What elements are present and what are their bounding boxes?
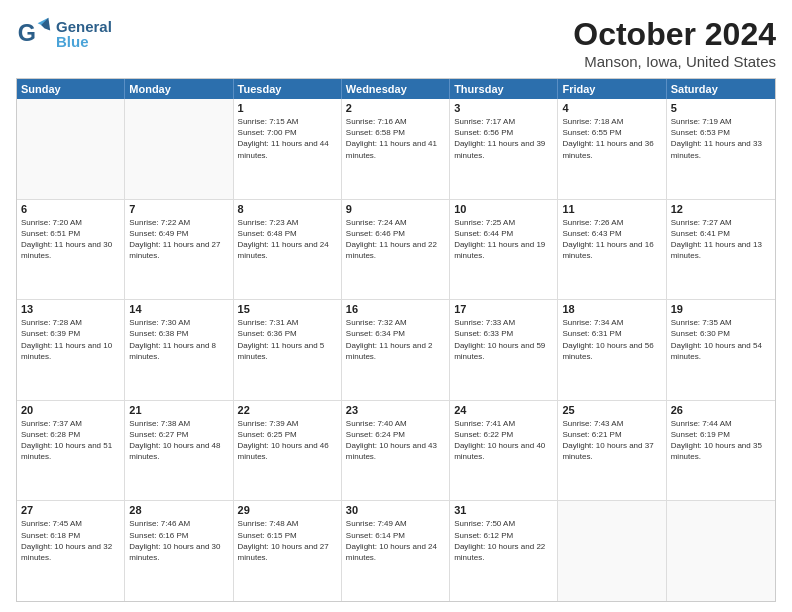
day-info: Sunrise: 7:19 AM Sunset: 6:53 PM Dayligh… [671, 116, 771, 161]
calendar-cell: 27Sunrise: 7:45 AM Sunset: 6:18 PM Dayli… [17, 501, 125, 601]
calendar-cell: 11Sunrise: 7:26 AM Sunset: 6:43 PM Dayli… [558, 200, 666, 300]
day-info: Sunrise: 7:15 AM Sunset: 7:00 PM Dayligh… [238, 116, 337, 161]
svg-text:G: G [18, 20, 36, 46]
calendar-cell: 5Sunrise: 7:19 AM Sunset: 6:53 PM Daylig… [667, 99, 775, 199]
day-number: 7 [129, 203, 228, 215]
day-number: 27 [21, 504, 120, 516]
calendar-header-monday: Monday [125, 79, 233, 99]
day-info: Sunrise: 7:43 AM Sunset: 6:21 PM Dayligh… [562, 418, 661, 463]
day-info: Sunrise: 7:39 AM Sunset: 6:25 PM Dayligh… [238, 418, 337, 463]
calendar-cell: 25Sunrise: 7:43 AM Sunset: 6:21 PM Dayli… [558, 401, 666, 501]
day-info: Sunrise: 7:27 AM Sunset: 6:41 PM Dayligh… [671, 217, 771, 262]
calendar-cell: 23Sunrise: 7:40 AM Sunset: 6:24 PM Dayli… [342, 401, 450, 501]
day-number: 23 [346, 404, 445, 416]
calendar-cell [558, 501, 666, 601]
calendar-week-1: 1Sunrise: 7:15 AM Sunset: 7:00 PM Daylig… [17, 99, 775, 200]
calendar-cell: 18Sunrise: 7:34 AM Sunset: 6:31 PM Dayli… [558, 300, 666, 400]
title-area: October 2024 Manson, Iowa, United States [573, 16, 776, 70]
day-info: Sunrise: 7:49 AM Sunset: 6:14 PM Dayligh… [346, 518, 445, 563]
logo-words: General Blue [56, 19, 112, 49]
header: G General Blue October 2024 Manson, Iowa… [16, 16, 776, 70]
day-number: 29 [238, 504, 337, 516]
calendar-cell: 29Sunrise: 7:48 AM Sunset: 6:15 PM Dayli… [234, 501, 342, 601]
calendar-cell: 20Sunrise: 7:37 AM Sunset: 6:28 PM Dayli… [17, 401, 125, 501]
calendar-cell: 19Sunrise: 7:35 AM Sunset: 6:30 PM Dayli… [667, 300, 775, 400]
calendar-cell: 21Sunrise: 7:38 AM Sunset: 6:27 PM Dayli… [125, 401, 233, 501]
calendar-cell: 15Sunrise: 7:31 AM Sunset: 6:36 PM Dayli… [234, 300, 342, 400]
day-info: Sunrise: 7:45 AM Sunset: 6:18 PM Dayligh… [21, 518, 120, 563]
day-number: 19 [671, 303, 771, 315]
day-number: 8 [238, 203, 337, 215]
day-number: 12 [671, 203, 771, 215]
calendar-cell: 31Sunrise: 7:50 AM Sunset: 6:12 PM Dayli… [450, 501, 558, 601]
calendar-body: 1Sunrise: 7:15 AM Sunset: 7:00 PM Daylig… [17, 99, 775, 601]
day-info: Sunrise: 7:31 AM Sunset: 6:36 PM Dayligh… [238, 317, 337, 362]
calendar-header-saturday: Saturday [667, 79, 775, 99]
main-title: October 2024 [573, 16, 776, 53]
calendar-cell [125, 99, 233, 199]
day-number: 25 [562, 404, 661, 416]
day-info: Sunrise: 7:26 AM Sunset: 6:43 PM Dayligh… [562, 217, 661, 262]
day-number: 9 [346, 203, 445, 215]
day-info: Sunrise: 7:34 AM Sunset: 6:31 PM Dayligh… [562, 317, 661, 362]
day-number: 15 [238, 303, 337, 315]
day-number: 13 [21, 303, 120, 315]
calendar-cell: 30Sunrise: 7:49 AM Sunset: 6:14 PM Dayli… [342, 501, 450, 601]
logo-icon: G [16, 16, 52, 52]
calendar-cell: 8Sunrise: 7:23 AM Sunset: 6:48 PM Daylig… [234, 200, 342, 300]
logo-general-text: General [56, 19, 112, 34]
day-info: Sunrise: 7:35 AM Sunset: 6:30 PM Dayligh… [671, 317, 771, 362]
day-info: Sunrise: 7:48 AM Sunset: 6:15 PM Dayligh… [238, 518, 337, 563]
calendar-cell: 13Sunrise: 7:28 AM Sunset: 6:39 PM Dayli… [17, 300, 125, 400]
day-number: 6 [21, 203, 120, 215]
calendar-week-4: 20Sunrise: 7:37 AM Sunset: 6:28 PM Dayli… [17, 401, 775, 502]
day-info: Sunrise: 7:32 AM Sunset: 6:34 PM Dayligh… [346, 317, 445, 362]
day-info: Sunrise: 7:25 AM Sunset: 6:44 PM Dayligh… [454, 217, 553, 262]
day-info: Sunrise: 7:33 AM Sunset: 6:33 PM Dayligh… [454, 317, 553, 362]
day-info: Sunrise: 7:23 AM Sunset: 6:48 PM Dayligh… [238, 217, 337, 262]
day-info: Sunrise: 7:41 AM Sunset: 6:22 PM Dayligh… [454, 418, 553, 463]
day-info: Sunrise: 7:17 AM Sunset: 6:56 PM Dayligh… [454, 116, 553, 161]
day-info: Sunrise: 7:46 AM Sunset: 6:16 PM Dayligh… [129, 518, 228, 563]
calendar-cell: 4Sunrise: 7:18 AM Sunset: 6:55 PM Daylig… [558, 99, 666, 199]
day-number: 2 [346, 102, 445, 114]
day-info: Sunrise: 7:50 AM Sunset: 6:12 PM Dayligh… [454, 518, 553, 563]
day-number: 24 [454, 404, 553, 416]
day-number: 5 [671, 102, 771, 114]
day-number: 17 [454, 303, 553, 315]
calendar-cell: 7Sunrise: 7:22 AM Sunset: 6:49 PM Daylig… [125, 200, 233, 300]
day-number: 14 [129, 303, 228, 315]
calendar-cell: 22Sunrise: 7:39 AM Sunset: 6:25 PM Dayli… [234, 401, 342, 501]
calendar-cell: 28Sunrise: 7:46 AM Sunset: 6:16 PM Dayli… [125, 501, 233, 601]
calendar-week-5: 27Sunrise: 7:45 AM Sunset: 6:18 PM Dayli… [17, 501, 775, 601]
day-number: 31 [454, 504, 553, 516]
day-info: Sunrise: 7:18 AM Sunset: 6:55 PM Dayligh… [562, 116, 661, 161]
calendar-cell: 12Sunrise: 7:27 AM Sunset: 6:41 PM Dayli… [667, 200, 775, 300]
calendar-header-row: SundayMondayTuesdayWednesdayThursdayFrid… [17, 79, 775, 99]
day-number: 16 [346, 303, 445, 315]
calendar-cell: 10Sunrise: 7:25 AM Sunset: 6:44 PM Dayli… [450, 200, 558, 300]
day-number: 4 [562, 102, 661, 114]
calendar-cell [17, 99, 125, 199]
calendar: SundayMondayTuesdayWednesdayThursdayFrid… [16, 78, 776, 602]
calendar-cell: 24Sunrise: 7:41 AM Sunset: 6:22 PM Dayli… [450, 401, 558, 501]
day-info: Sunrise: 7:16 AM Sunset: 6:58 PM Dayligh… [346, 116, 445, 161]
calendar-cell: 14Sunrise: 7:30 AM Sunset: 6:38 PM Dayli… [125, 300, 233, 400]
calendar-cell: 17Sunrise: 7:33 AM Sunset: 6:33 PM Dayli… [450, 300, 558, 400]
logo: G General Blue [16, 16, 112, 52]
calendar-week-2: 6Sunrise: 7:20 AM Sunset: 6:51 PM Daylig… [17, 200, 775, 301]
subtitle: Manson, Iowa, United States [573, 53, 776, 70]
day-number: 21 [129, 404, 228, 416]
day-number: 22 [238, 404, 337, 416]
day-number: 26 [671, 404, 771, 416]
day-number: 28 [129, 504, 228, 516]
calendar-cell: 6Sunrise: 7:20 AM Sunset: 6:51 PM Daylig… [17, 200, 125, 300]
day-info: Sunrise: 7:24 AM Sunset: 6:46 PM Dayligh… [346, 217, 445, 262]
logo-blue-text: Blue [56, 34, 112, 49]
calendar-cell: 9Sunrise: 7:24 AM Sunset: 6:46 PM Daylig… [342, 200, 450, 300]
calendar-cell: 3Sunrise: 7:17 AM Sunset: 6:56 PM Daylig… [450, 99, 558, 199]
calendar-header-friday: Friday [558, 79, 666, 99]
calendar-header-thursday: Thursday [450, 79, 558, 99]
day-info: Sunrise: 7:37 AM Sunset: 6:28 PM Dayligh… [21, 418, 120, 463]
calendar-header-sunday: Sunday [17, 79, 125, 99]
